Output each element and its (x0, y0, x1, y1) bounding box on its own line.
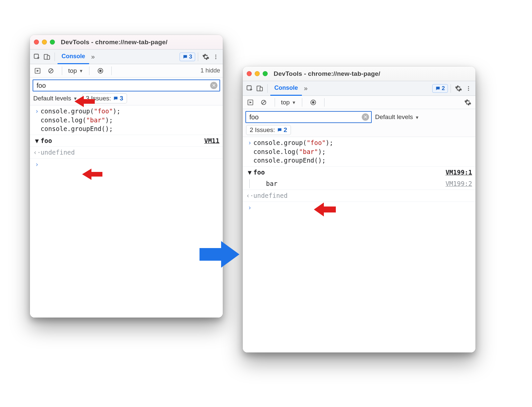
traffic-lights (247, 71, 268, 76)
tree-line (249, 179, 254, 188)
minimize-icon[interactable] (255, 71, 260, 76)
return-icon: ‹· (246, 191, 253, 200)
clear-filter-icon[interactable]: ✕ (362, 113, 369, 121)
chevron-down-icon: ▼ (73, 96, 77, 101)
return-value: undefined (253, 191, 288, 200)
prompt-icon: › (33, 107, 41, 116)
live-expression-icon[interactable] (308, 97, 318, 107)
svg-rect-2 (47, 56, 50, 59)
hidden-messages-label: 1 hidde (200, 67, 220, 74)
titlebar[interactable]: DevTools - chrome://new-tab-page/ (30, 35, 223, 50)
tab-console[interactable]: Console (58, 50, 89, 64)
group-toggle-icon[interactable]: ▼ (33, 136, 41, 145)
inspect-icon[interactable] (32, 52, 42, 62)
inspect-icon[interactable] (245, 83, 255, 93)
prompt-icon: › (246, 203, 253, 212)
prompt-icon: › (33, 160, 41, 169)
chevron-down-icon: ▼ (292, 100, 296, 105)
source-link[interactable]: VM11 (204, 136, 219, 145)
group-child-row: bar VM199:2 (243, 178, 475, 190)
close-icon[interactable] (34, 40, 39, 45)
svg-point-5 (215, 58, 216, 59)
group-label: foo (253, 168, 265, 177)
svg-rect-13 (260, 87, 262, 91)
device-toolbar-icon[interactable] (255, 83, 265, 93)
svg-point-21 (313, 101, 315, 103)
main-toolbar: Console » 2 (243, 81, 475, 96)
return-value: undefined (41, 148, 75, 157)
tab-console[interactable]: Console (270, 81, 302, 96)
group-row[interactable]: ▼ foo VM11 (30, 135, 223, 147)
kebab-icon[interactable] (211, 52, 221, 62)
filter-input[interactable] (36, 81, 208, 90)
filter-box[interactable]: ✕ (245, 111, 372, 123)
filter-row: ✕ Default levels ▼ (243, 109, 475, 123)
close-icon[interactable] (247, 71, 252, 76)
zoom-icon[interactable] (50, 40, 55, 45)
traffic-lights (34, 40, 55, 45)
devtools-window-after: DevTools - chrome://new-tab-page/ Consol… (243, 67, 475, 352)
source-link[interactable]: VM199:2 (446, 179, 472, 188)
issues-label: 3 Issues: (86, 95, 111, 102)
kebab-icon[interactable] (464, 83, 473, 93)
live-expression-icon[interactable] (95, 66, 105, 76)
issues-badge-toolbar[interactable]: 2 (432, 84, 448, 93)
clear-filter-icon[interactable]: ✕ (210, 82, 217, 89)
code-snippet: console.group("foo"); console.log("bar")… (253, 138, 333, 165)
filter-input[interactable] (249, 113, 360, 121)
return-line: ‹· undefined (30, 147, 223, 159)
source-link[interactable]: VM199:1 (446, 168, 472, 177)
titlebar[interactable]: DevTools - chrome://new-tab-page/ (243, 67, 475, 81)
zoom-icon[interactable] (263, 71, 268, 76)
issues-count: 2 (277, 126, 287, 134)
more-tabs-icon[interactable]: » (91, 53, 95, 61)
issues-badge-toolbar[interactable]: 3 (180, 53, 195, 61)
context-selector[interactable]: top ▼ (68, 67, 83, 74)
window-title: DevTools - chrome://new-tab-page/ (61, 39, 168, 46)
chevron-down-icon: ▼ (415, 115, 419, 120)
clear-console-icon[interactable] (259, 97, 269, 107)
group-row[interactable]: ▼ foo VM199:1 (243, 167, 475, 178)
issues-badge-count: 2 (442, 85, 445, 92)
issues-box[interactable]: 3 Issues: 3 (82, 93, 127, 103)
prompt-icon: › (246, 138, 253, 147)
issues-label: 2 Issues: (250, 126, 275, 134)
svg-point-4 (215, 56, 216, 57)
execution-play-icon[interactable] (245, 97, 255, 107)
code-snippet: console.group("foo"); console.log("bar")… (41, 107, 120, 133)
console-body: › console.group("foo"); console.log("bar… (30, 105, 223, 318)
svg-point-3 (215, 55, 216, 56)
settings-icon[interactable] (201, 52, 211, 62)
execution-play-icon[interactable] (33, 66, 43, 76)
prompt-line[interactable]: › (243, 202, 475, 213)
child-label: bar (266, 179, 277, 188)
return-icon: ‹· (33, 148, 41, 157)
group-toggle-icon[interactable]: ▼ (246, 168, 253, 177)
settings-icon[interactable] (463, 97, 473, 107)
context-selector[interactable]: top ▼ (281, 99, 296, 106)
svg-point-14 (468, 86, 469, 87)
levels-dropdown[interactable]: Default levels ▼ (375, 113, 419, 121)
svg-point-16 (468, 89, 469, 90)
input-line: › console.group("foo"); console.log("bar… (243, 137, 475, 167)
settings-icon[interactable] (454, 83, 464, 93)
issues-box[interactable]: 2 Issues: 2 (246, 125, 291, 135)
return-line: ‹· undefined (243, 190, 475, 202)
filter-row: ✕ (30, 77, 223, 91)
svg-line-19 (262, 101, 265, 104)
context-label: top (281, 99, 290, 106)
group-label: foo (41, 136, 52, 145)
issues-badge-count: 3 (189, 54, 192, 60)
clear-console-icon[interactable] (46, 66, 56, 76)
minimize-icon[interactable] (42, 40, 47, 45)
filter-box[interactable]: ✕ (33, 79, 220, 91)
levels-dropdown[interactable]: Default levels ▼ (33, 95, 77, 102)
more-tabs-icon[interactable]: » (304, 84, 308, 92)
levels-label: Default levels (375, 113, 413, 121)
prompt-line[interactable]: › (30, 159, 223, 170)
console-body: › console.group("foo"); console.log("bar… (243, 137, 475, 352)
levels-label: Default levels (33, 95, 71, 102)
device-toolbar-icon[interactable] (42, 52, 52, 62)
input-line: › console.group("foo"); console.log("bar… (30, 105, 223, 135)
levels-row: Default levels ▼ 3 Issues: 3 (30, 91, 223, 105)
